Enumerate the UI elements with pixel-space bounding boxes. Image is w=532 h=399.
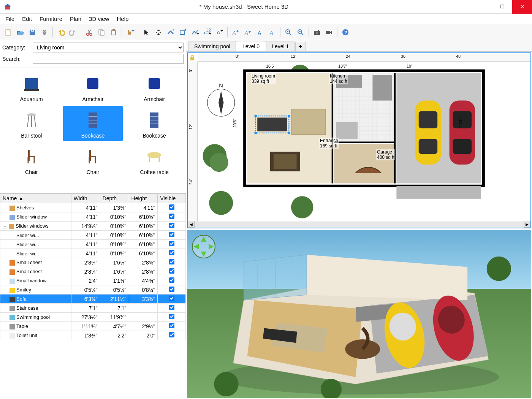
create-polyline-icon[interactable]: + — [189, 27, 201, 38]
lock-icon[interactable] — [189, 55, 195, 62]
tab-swimming-pool[interactable]: Swimming pool — [188, 41, 236, 51]
table-row[interactable]: Stair case7'1"7'1" — [0, 304, 186, 313]
menu-file[interactable]: File — [2, 14, 18, 24]
menu-furniture[interactable]: Furniture — [36, 14, 66, 24]
select-icon[interactable] — [141, 27, 152, 38]
visible-checkbox[interactable] — [169, 277, 174, 283]
paste-icon[interactable] — [108, 27, 119, 38]
zoom-out-icon[interactable] — [295, 27, 306, 38]
cut-icon[interactable] — [84, 27, 95, 38]
catalog-item[interactable]: Bar stool — [2, 106, 62, 141]
table-row[interactable]: Slider window4'11"0'10⅝"6'10⅝" — [0, 212, 186, 222]
table-row[interactable]: Table1'11⅝"4'7⅛"2'9½" — [0, 322, 186, 331]
bold-icon[interactable]: A — [254, 27, 266, 38]
increase-text-icon[interactable]: A — [230, 27, 241, 38]
search-input[interactable] — [33, 54, 184, 64]
table-header[interactable]: Name ▲ — [0, 194, 71, 203]
undo-icon[interactable] — [55, 27, 66, 38]
item-name: Sofa — [16, 296, 27, 302]
visible-checkbox[interactable] — [169, 332, 174, 337]
save-icon[interactable] — [27, 27, 38, 38]
menu-plan[interactable]: Plan — [66, 14, 85, 24]
minimize-button[interactable]: — — [473, 0, 492, 14]
maximize-button[interactable]: ☐ — [492, 0, 512, 14]
decrease-text-icon[interactable]: A — [242, 27, 253, 38]
table-row[interactable]: Swimming pool27'3½"11'9⅞" — [0, 313, 186, 322]
visible-checkbox[interactable] — [169, 223, 174, 228]
tree-fold-icon[interactable]: - — [3, 224, 7, 228]
plan-2d-view[interactable]: 0'12'24'36'48' 0'12'24' N — [187, 52, 531, 228]
menu-3dview[interactable]: 3D view — [85, 14, 113, 24]
table-row[interactable]: Slider wi...4'11"0'10⅝"6'10⅝" — [0, 249, 186, 258]
item-name: Small chest — [16, 260, 42, 265]
pan-icon[interactable] — [153, 27, 164, 38]
table-header[interactable]: Width — [71, 194, 100, 203]
tab-add[interactable]: + — [295, 42, 306, 51]
table-row[interactable]: -Slider windows14'9⅛"0'10⅝"6'10⅝" — [0, 222, 186, 231]
plan-canvas[interactable]: N — [198, 62, 530, 221]
zoom-in-icon[interactable] — [283, 27, 294, 38]
prefs-icon[interactable] — [39, 27, 50, 38]
visible-checkbox[interactable] — [169, 232, 174, 237]
table-row[interactable]: Sofa6'3¾"2'11½"3'3⅜" — [0, 294, 186, 304]
scroll-right-icon[interactable]: ► — [524, 221, 530, 228]
italic-icon[interactable]: A — [266, 27, 278, 38]
table-row[interactable]: Slider wi...4'11"0'10⅝"6'10⅝" — [0, 240, 186, 249]
catalog-item[interactable]: Armchair — [63, 70, 123, 104]
redo-icon[interactable] — [67, 27, 79, 38]
video-icon[interactable] — [323, 27, 335, 38]
scroll-left-icon[interactable]: ◄ — [188, 221, 195, 228]
create-dimension-icon[interactable]: 12+ — [201, 27, 213, 38]
visible-checkbox[interactable] — [169, 323, 174, 328]
menu-edit[interactable]: Edit — [18, 14, 36, 24]
catalog-item[interactable]: Coffee table — [124, 142, 184, 177]
visible-checkbox[interactable] — [169, 314, 174, 319]
catalog-item[interactable]: Armchair — [124, 70, 184, 104]
visible-checkbox[interactable] — [169, 250, 174, 255]
table-header[interactable]: Depth — [100, 194, 129, 203]
view-3d[interactable] — [187, 230, 531, 398]
visible-checkbox[interactable] — [169, 268, 174, 274]
new-icon[interactable] — [2, 27, 14, 38]
furniture-table[interactable]: Name ▲WidthDepthHeightVisible Shelves4'1… — [0, 193, 186, 399]
table-row[interactable]: Small window2'4"1'1⅜"4'4¾" — [0, 276, 186, 285]
category-select[interactable]: Living room — [33, 43, 184, 52]
visible-checkbox[interactable] — [169, 214, 174, 219]
furniture-catalog[interactable]: AquariumArmchairArmchairBar stoolBookcas… — [0, 68, 186, 193]
svg-text:A: A — [244, 30, 248, 36]
table-row[interactable]: Small chest2'8¼"1'6¼"2'8⅝" — [0, 267, 186, 276]
visible-checkbox[interactable] — [169, 296, 174, 301]
photo-icon[interactable] — [311, 27, 323, 38]
catalog-item[interactable]: Chair — [2, 142, 62, 177]
table-row[interactable]: Toilet unit1'3¾"2'2"2'0" — [0, 331, 186, 340]
catalog-item[interactable]: Bookcase — [63, 106, 123, 141]
catalog-item[interactable]: Chair — [63, 142, 123, 177]
table-row[interactable]: Smiley0'5¼"0'5¼"0'8¼" — [0, 285, 186, 294]
visible-checkbox[interactable] — [169, 241, 174, 246]
create-walls-icon[interactable]: + — [165, 27, 176, 38]
create-room-icon[interactable]: + — [177, 27, 188, 38]
catalog-item[interactable]: Aquarium — [2, 70, 62, 104]
add-text-icon[interactable]: A+ — [214, 27, 225, 38]
table-header[interactable]: Height — [129, 194, 158, 203]
table-header[interactable]: Visible — [158, 194, 186, 203]
catalog-item-label: Bar stool — [21, 133, 42, 139]
visible-checkbox[interactable] — [169, 305, 174, 310]
visible-checkbox[interactable] — [169, 287, 174, 292]
menu-help[interactable]: Help — [113, 14, 132, 24]
level-tabs: Swimming pool Level 0 Level 1 + — [186, 40, 532, 52]
visible-checkbox[interactable] — [169, 204, 174, 210]
tab-level-0[interactable]: Level 0 — [237, 41, 265, 51]
copy-icon[interactable] — [96, 27, 107, 38]
add-furniture-icon[interactable]: + — [124, 27, 136, 38]
plan-scrollbar-h[interactable]: ◄ ► — [188, 221, 530, 228]
close-button[interactable]: ✕ — [512, 0, 532, 14]
tab-level-1[interactable]: Level 1 — [266, 41, 294, 51]
help-icon[interactable]: ? — [340, 27, 351, 38]
table-row[interactable]: Slider wi...4'11"0'10⅝"6'10⅝" — [0, 231, 186, 240]
open-icon[interactable] — [14, 27, 26, 38]
table-row[interactable]: Shelves4'11"1'3¾"4'11" — [0, 203, 186, 212]
catalog-item[interactable]: Bookcase — [124, 106, 184, 141]
visible-checkbox[interactable] — [169, 259, 174, 264]
table-row[interactable]: Small chest2'8¼"1'6¼"2'8⅝" — [0, 258, 186, 267]
